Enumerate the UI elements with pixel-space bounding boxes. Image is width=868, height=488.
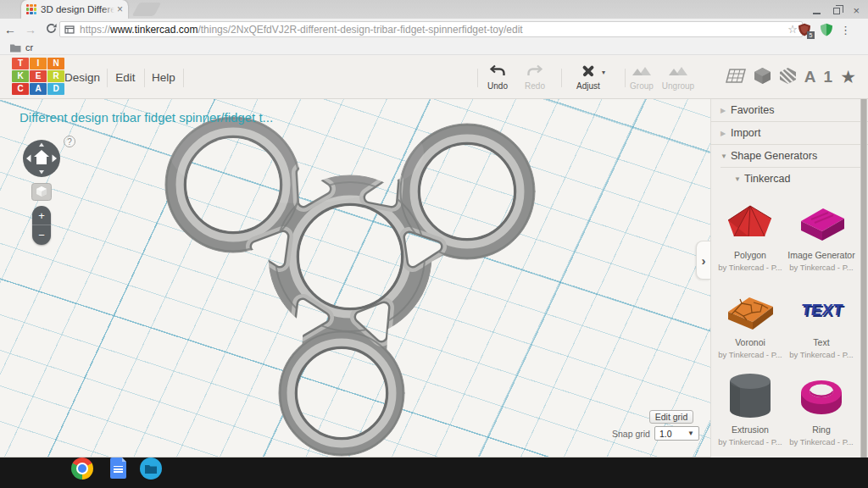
help-icon[interactable]: ? <box>64 136 75 147</box>
tinkercad-logo[interactable]: TIN KER CAD <box>12 58 64 95</box>
browser-tab[interactable]: 3D design Different desi × <box>21 0 128 19</box>
shape-card-extrusion[interactable]: Extrusion by Tinkercad - P... <box>713 369 787 446</box>
snap-grid-select[interactable]: 1.0 ▼ <box>654 426 699 441</box>
window-minimize-icon[interactable] <box>813 13 821 14</box>
shape-card-voronoi[interactable]: Voronoi by Tinkercad - P... <box>713 281 787 359</box>
group-icon <box>623 62 660 79</box>
ungroup-icon <box>659 62 697 79</box>
folder-icon <box>10 43 21 53</box>
chevron-right-icon: › <box>702 253 706 268</box>
url-text: https://www.tinkercad.com/things/2NxQEfd… <box>80 24 784 36</box>
bookmark-folder[interactable]: cr <box>25 42 33 53</box>
shape-card-image-generator[interactable]: Image Generator by Tinkercad - P... <box>784 194 859 272</box>
chrome-app-icon[interactable] <box>71 458 93 480</box>
sidebar-collapse-handle[interactable]: › <box>696 241 710 280</box>
bookmark-star-icon[interactable]: ☆ <box>787 23 798 36</box>
taskbar: WB 1 7:28 <box>0 458 868 488</box>
number-tool-icon[interactable]: 1 <box>824 68 833 86</box>
reload-icon[interactable] <box>41 23 61 36</box>
page-icon <box>64 25 75 35</box>
chevron-down-icon: ▼ <box>721 152 731 160</box>
sidebar-scrollbar[interactable] <box>860 99 867 458</box>
ring-shape-thumbnail <box>784 369 859 421</box>
adjust-dropdown-icon: ▾ <box>602 69 605 76</box>
design-title[interactable]: Different design tribar fidget spinner/f… <box>19 110 273 125</box>
files-app-icon[interactable] <box>140 458 162 480</box>
redo-button[interactable]: Redo <box>516 62 554 91</box>
chevron-right-icon: ▶ <box>721 130 731 137</box>
shape-card-polygon[interactable]: Polygon by Tinkercad - P... <box>713 194 787 272</box>
sidebar-section-favorites[interactable]: ▶ Favorites <box>711 99 868 121</box>
undo-button[interactable]: Undo <box>479 62 516 91</box>
voronoi-shape-thumbnail <box>713 281 787 334</box>
forward-icon[interactable]: → <box>20 23 41 36</box>
ublock-extension-icon[interactable]: 5 <box>798 23 812 37</box>
edit-grid-button[interactable]: Edit grid <box>649 410 693 424</box>
snap-grid-value: 1.0 <box>659 429 687 439</box>
tab-close-icon[interactable]: × <box>117 4 123 14</box>
shape-card-ring[interactable]: Ring by Tinkercad - P... <box>784 369 859 446</box>
image-generator-shape-thumbnail <box>784 194 859 247</box>
back-icon[interactable]: ← <box>0 23 20 36</box>
text-shape-thumbnail: TEXTTEXT <box>784 281 859 334</box>
extrusion-shape-thumbnail <box>713 369 787 421</box>
shapes-sidebar: ▶ Favorites ▶ Import ▼ Shape Generators … <box>710 99 868 458</box>
design-canvas[interactable]: Different design tribar fidget spinner/f… <box>0 99 710 458</box>
tinkercad-favicon <box>26 4 36 14</box>
hole-box-tool-icon[interactable] <box>779 67 797 88</box>
zoom-in-button[interactable]: + <box>32 206 51 225</box>
undo-icon <box>479 62 516 79</box>
fit-view-button[interactable] <box>31 183 52 201</box>
fidget-spinner-model[interactable] <box>127 102 568 458</box>
sidebar-subsection-tinkercad[interactable]: ▼ Tinkercad <box>711 168 868 190</box>
chevron-right-icon: ▶ <box>721 107 731 114</box>
shape-card-text[interactable]: TEXTTEXT Text by Tinkercad - P... <box>784 281 859 359</box>
zoom-out-button[interactable]: − <box>32 225 51 245</box>
favorites-tool-icon[interactable]: ★ <box>840 67 856 87</box>
adjust-button[interactable]: ▾ Adjust <box>570 62 607 91</box>
tinkercad-header: TIN KER CAD Design Edit Help Undo Redo ▾… <box>0 55 868 99</box>
browser-toolbar: ← → https://www.tinkercad.com/things/2Nx… <box>0 19 868 41</box>
svg-text:TEXT: TEXT <box>800 301 844 319</box>
new-tab-button[interactable] <box>132 3 162 16</box>
window-restore-icon[interactable] <box>833 8 840 14</box>
group-button[interactable]: Group <box>623 62 660 91</box>
menu-design[interactable]: Design <box>61 55 103 99</box>
workplane-tool-icon[interactable] <box>726 68 746 87</box>
browser-tab-bar: 3D design Different desi × × <box>0 0 868 19</box>
chevron-down-icon: ▼ <box>734 175 744 183</box>
orbit-navigation-pad[interactable] <box>21 138 62 179</box>
zoom-controls[interactable]: + − <box>32 206 51 245</box>
polygon-shape-thumbnail <box>713 194 787 247</box>
ungroup-button[interactable]: Ungroup <box>659 62 697 91</box>
window-close-icon[interactable]: × <box>853 5 860 16</box>
screen: 3D design Different desi × × ← → https:/… <box>0 0 868 488</box>
docs-app-icon[interactable] <box>110 458 126 479</box>
menu-edit[interactable]: Edit <box>110 55 141 99</box>
browser-menu-icon[interactable]: ⋮ <box>840 24 851 36</box>
snap-grid-label: Snap grid <box>612 429 650 439</box>
snap-grid-dropdown-icon: ▼ <box>687 430 694 437</box>
sidebar-section-shape-generators[interactable]: ▼ Shape Generators <box>711 145 868 167</box>
tab-title: 3D design Different desi <box>41 4 114 14</box>
shield-extension-icon[interactable] <box>820 23 834 37</box>
redo-icon <box>516 62 554 79</box>
solid-box-tool-icon[interactable] <box>754 67 771 88</box>
sidebar-section-import[interactable]: ▶ Import <box>711 122 868 144</box>
extension-badge: 5 <box>807 31 815 39</box>
bookmarks-bar: cr <box>0 41 868 55</box>
menu-help[interactable]: Help <box>147 55 180 99</box>
url-bar[interactable]: https://www.tinkercad.com/things/2NxQEfd… <box>59 21 803 37</box>
text-tool-icon[interactable]: A <box>804 68 816 86</box>
